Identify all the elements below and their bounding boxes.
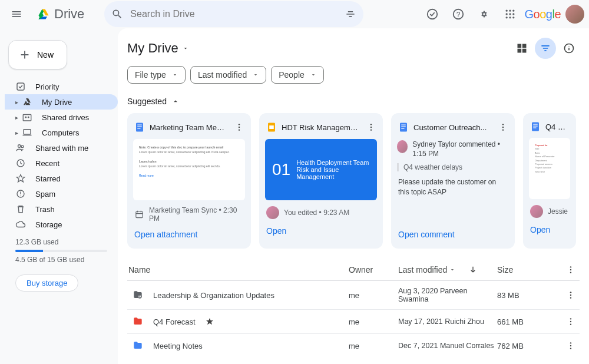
svg-point-47 xyxy=(570,269,571,270)
nav-mydrive[interactable]: ▸My Drive xyxy=(5,94,118,110)
folder-icon xyxy=(132,316,144,327)
svg-point-5 xyxy=(513,10,515,12)
suggested-card[interactable]: Marketing Team Meetin... Note: Create a … xyxy=(127,113,251,249)
filter-chips: File type Last modified People xyxy=(127,64,580,93)
svg-point-14 xyxy=(25,117,27,118)
nav-label: Computers xyxy=(42,128,80,137)
row-menu-button[interactable] xyxy=(562,290,580,300)
card-preview: Note: Create a copy of this doc to prepa… xyxy=(133,139,245,200)
nav-label: My Drive xyxy=(42,98,72,107)
svg-rect-45 xyxy=(533,128,536,128)
filter-icon xyxy=(540,42,551,54)
nav-shareddrives[interactable]: ▸Shared drives xyxy=(5,110,118,125)
nav-label: Storage xyxy=(35,220,62,229)
suggested-cards: Marketing Team Meetin... Note: Create a … xyxy=(127,113,580,259)
sidebar: New Priority ▸My Drive ▸Shared drives ▸C… xyxy=(0,28,118,364)
chip-people[interactable]: People xyxy=(271,66,324,84)
filter-button[interactable] xyxy=(535,38,556,59)
svg-point-49 xyxy=(138,294,142,299)
more-vert-icon xyxy=(566,317,575,326)
suggested-header[interactable]: Suggested xyxy=(127,93,580,113)
drive-small-icon xyxy=(22,97,32,107)
slide-number: 01 xyxy=(272,160,290,179)
card-title: Customer Outreach... xyxy=(413,123,492,132)
nav-priority[interactable]: Priority xyxy=(5,79,118,94)
folder-title[interactable]: My Drive xyxy=(127,41,189,56)
row-menu-button[interactable] xyxy=(562,341,580,350)
storage-quota-text: 4.5 GB of 15 GB used xyxy=(15,256,107,264)
nav-spam[interactable]: Spam xyxy=(5,186,118,201)
suggested-card[interactable]: Customer Outreach... Sydney Taylor comme… xyxy=(391,113,515,249)
table-row[interactable]: Q4 Forecast me May 17, 2021 Ruichi Zhou … xyxy=(127,310,580,334)
svg-point-41 xyxy=(502,129,504,130)
row-menu-button[interactable] xyxy=(562,317,580,326)
google-logo: Google xyxy=(524,8,561,21)
suggested-card[interactable]: HDT Risk Management 01 Health Deployment… xyxy=(259,113,383,249)
calendar-icon xyxy=(134,209,144,220)
col-size-header[interactable]: Size xyxy=(497,265,562,274)
row-owner-cell: me xyxy=(349,342,398,350)
col-menu-header[interactable] xyxy=(562,265,580,274)
offline-status-button[interactable] xyxy=(421,2,444,26)
folder-icon xyxy=(132,289,144,301)
col-name-header[interactable]: Name xyxy=(127,265,349,274)
main-layout: New Priority ▸My Drive ▸Shared drives ▸C… xyxy=(0,28,589,364)
nav-label: Shared with me xyxy=(35,144,88,153)
support-button[interactable]: ? xyxy=(446,2,470,26)
star-icon xyxy=(15,173,26,184)
chip-filetype[interactable]: File type xyxy=(127,66,186,84)
content-pane: My Drive File type Last modified People … xyxy=(118,28,589,364)
slide-text: Health Deployment Team Risk and Issue Ma… xyxy=(296,159,370,180)
svg-point-56 xyxy=(570,321,571,322)
nav-label: Spam xyxy=(35,190,55,198)
chip-lastmodified[interactable]: Last modified xyxy=(190,66,266,84)
brand-text: Drive xyxy=(54,6,84,22)
svg-rect-31 xyxy=(269,125,274,129)
nav-sharedwithme[interactable]: Shared with me xyxy=(5,140,118,155)
table-row[interactable]: Leadership & Organization Updates me Aug… xyxy=(127,281,580,310)
svg-point-59 xyxy=(570,345,571,346)
suggested-card[interactable]: Q4 Pr... Proposal forTitleAreaName of Pr… xyxy=(523,113,576,249)
nav-trash[interactable]: Trash xyxy=(5,201,118,217)
account-avatar[interactable] xyxy=(565,5,584,24)
shared-drives-icon xyxy=(22,112,32,123)
svg-point-54 xyxy=(570,297,571,298)
nav-storage[interactable]: Storage xyxy=(5,217,118,232)
content-scroll[interactable]: File type Last modified People Suggested… xyxy=(127,64,584,355)
card-action-link[interactable]: Open attachment xyxy=(133,226,245,243)
more-vert-icon xyxy=(566,265,575,274)
col-modified-header[interactable]: Last modified xyxy=(398,265,497,274)
search-options-icon[interactable] xyxy=(345,8,356,20)
settings-button[interactable] xyxy=(472,2,496,26)
card-menu-button[interactable] xyxy=(497,121,509,133)
plus-icon xyxy=(18,48,31,61)
apps-button[interactable] xyxy=(498,2,522,26)
card-action-link[interactable]: Open xyxy=(529,221,570,238)
search-input[interactable] xyxy=(130,9,337,19)
nav-starred[interactable]: Starred xyxy=(5,171,118,186)
info-icon xyxy=(563,42,575,54)
col-owner-header[interactable]: Owner xyxy=(349,265,398,274)
card-action-link[interactable]: Open comment xyxy=(397,226,509,243)
svg-point-33 xyxy=(370,127,372,128)
spam-icon xyxy=(15,188,26,199)
nav-recent[interactable]: Recent xyxy=(5,155,118,171)
card-action-link[interactable]: Open xyxy=(265,223,377,239)
card-menu-button[interactable] xyxy=(233,121,245,133)
svg-rect-44 xyxy=(533,126,538,127)
info-button[interactable] xyxy=(558,38,580,59)
nav-computers[interactable]: ▸Computers xyxy=(5,125,118,140)
chevron-down-icon xyxy=(310,72,316,78)
grid-view-button[interactable] xyxy=(511,38,532,59)
drive-logo[interactable]: Drive xyxy=(33,6,88,22)
svg-point-4 xyxy=(509,10,511,12)
more-vert-icon xyxy=(566,341,575,350)
buy-storage-button[interactable]: Buy storage xyxy=(15,274,78,292)
new-button[interactable]: New xyxy=(8,40,67,70)
search-bar[interactable] xyxy=(104,1,363,27)
table-row[interactable]: Meeting Notes me Dec 7, 2021 Manuel Corr… xyxy=(127,334,580,355)
card-menu-button[interactable] xyxy=(365,121,377,133)
row-modified-cell: May 17, 2021 Ruichi Zhou xyxy=(398,317,497,326)
svg-rect-12 xyxy=(17,83,24,90)
menu-button[interactable] xyxy=(5,2,28,26)
